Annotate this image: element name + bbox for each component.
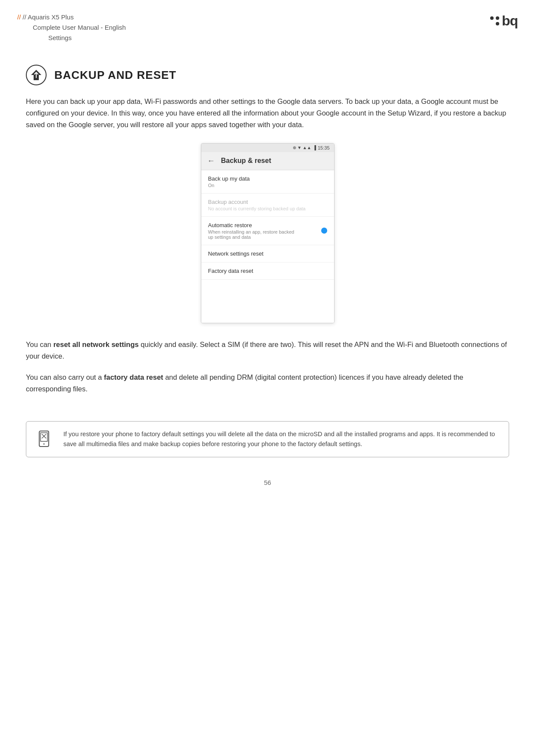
backup-my-data-subtitle: On — [208, 183, 327, 188]
factory-reset-text-before: You can also carry out a — [26, 373, 104, 381]
backup-my-data-item[interactable]: Back up my data On — [201, 170, 334, 194]
phone-empty-space — [201, 280, 334, 323]
automatic-restore-toggle[interactable] — [321, 228, 327, 234]
network-settings-reset-title: Network settings reset — [208, 250, 327, 257]
factory-reset-bold: factory data reset — [104, 373, 163, 381]
bq-logo: bq — [490, 12, 518, 28]
battery-icon: ▐ — [313, 145, 316, 150]
phone-settings-list: Back up my data On Backup account No acc… — [201, 170, 334, 323]
phone-status-bar: ⊕ ▼ ▲▲ ▐ 15:35 — [201, 144, 334, 152]
header-text: // // Aquaris X5 Plus Complete User Manu… — [17, 12, 126, 43]
automatic-restore-row: Automatic restore When reinstalling an a… — [208, 222, 327, 240]
network-reset-paragraph: You can reset all network settings quick… — [26, 339, 509, 362]
warning-box: If you restore your phone to factory def… — [26, 421, 509, 457]
factory-data-reset-item[interactable]: Factory data reset — [201, 262, 334, 280]
phone-back-button[interactable]: ← — [207, 156, 215, 166]
automatic-restore-item[interactable]: Automatic restore When reinstalling an a… — [201, 217, 334, 245]
page-header: // // Aquaris X5 Plus Complete User Manu… — [0, 0, 535, 52]
intro-paragraph: Here you can back up your app data, Wi-F… — [26, 96, 509, 131]
backup-icon — [26, 65, 47, 85]
backup-account-subtitle: No account is currently storing backed u… — [208, 206, 327, 211]
status-icons: ⊕ ▼ ▲▲ — [293, 145, 311, 150]
slash-decoration: // — [17, 13, 23, 21]
factory-data-reset-title: Factory data reset — [208, 268, 327, 274]
svg-rect-2 — [41, 433, 47, 441]
phone-mockup-container: ⊕ ▼ ▲▲ ▐ 15:35 ← Backup & reset Back up … — [26, 143, 509, 323]
automatic-restore-title: Automatic restore — [208, 222, 294, 228]
header-line2: Complete User Manual - English — [17, 22, 126, 33]
warning-text: If you restore your phone to factory def… — [63, 429, 499, 449]
section-title: BACKUP AND RESET — [54, 69, 176, 82]
network-settings-reset-item[interactable]: Network settings reset — [201, 245, 334, 262]
automatic-restore-subtitle: When reinstalling an app, restore backed… — [208, 229, 294, 240]
header-line3: Settings — [17, 33, 126, 43]
bq-dots — [490, 14, 499, 25]
phone-mockup: ⊕ ▼ ▲▲ ▐ 15:35 ← Backup & reset Back up … — [201, 143, 335, 323]
phone-toolbar: ← Backup & reset — [201, 152, 334, 170]
bq-text: bq — [502, 14, 518, 28]
automatic-restore-text: Automatic restore When reinstalling an a… — [208, 222, 294, 240]
header-line1: // // Aquaris X5 Plus — [17, 12, 126, 22]
backup-my-data-title: Back up my data — [208, 175, 327, 182]
backup-account-title: Backup account — [208, 199, 327, 205]
backup-account-item[interactable]: Backup account No account is currently s… — [201, 194, 334, 217]
clock: 15:35 — [318, 145, 330, 150]
phone-screen-title: Backup & reset — [221, 157, 272, 165]
page-number: 56 — [0, 470, 535, 499]
warning-icon — [36, 429, 55, 448]
network-reset-text-before: You can — [26, 341, 53, 348]
main-content: BACKUP AND RESET Here you can back up yo… — [0, 52, 535, 457]
network-reset-bold: reset all network settings — [53, 341, 139, 348]
svg-point-5 — [44, 443, 45, 444]
factory-reset-paragraph: You can also carry out a factory data re… — [26, 372, 509, 395]
section-heading: BACKUP AND RESET — [26, 65, 509, 85]
